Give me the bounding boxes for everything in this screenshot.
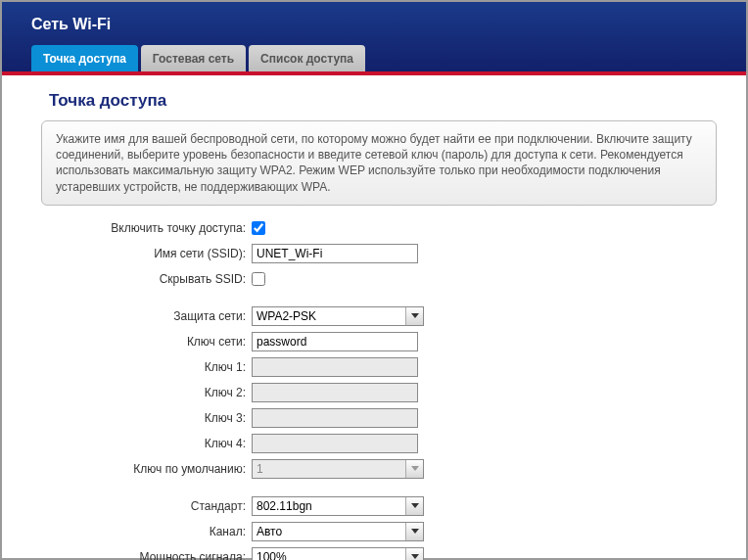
section-title: Точка доступа xyxy=(49,91,717,111)
security-select[interactable]: WPA2-PSK xyxy=(252,306,424,326)
key2-label: Ключ 2: xyxy=(70,386,252,399)
standard-label: Стандарт: xyxy=(70,499,252,513)
chevron-down-icon xyxy=(405,548,423,560)
default-key-label: Ключ по умолчанию: xyxy=(70,462,252,476)
chevron-down-icon xyxy=(405,460,423,478)
chevron-down-icon xyxy=(405,523,423,540)
chevron-down-icon xyxy=(405,307,423,325)
key4-input xyxy=(252,434,418,453)
channel-value: Авто xyxy=(253,523,405,540)
security-label: Защита сети: xyxy=(70,309,252,323)
tab-access-point[interactable]: Точка доступа xyxy=(31,45,138,71)
hide-ssid-checkbox[interactable] xyxy=(252,272,265,286)
power-select[interactable]: 100% xyxy=(252,547,424,560)
standard-value: 802.11bgn xyxy=(253,497,405,515)
key3-label: Ключ 3: xyxy=(70,411,252,425)
power-label: Мощность сигнала: xyxy=(70,550,252,560)
svg-marker-1 xyxy=(411,466,419,471)
key3-input xyxy=(252,408,418,428)
enable-ap-label: Включить точку доступа: xyxy=(70,221,252,235)
ssid-input[interactable] xyxy=(252,244,418,263)
net-key-label: Ключ сети: xyxy=(70,335,252,349)
security-value: WPA2-PSK xyxy=(253,307,405,325)
chevron-down-icon xyxy=(405,497,423,515)
svg-marker-4 xyxy=(411,554,419,559)
net-key-input[interactable] xyxy=(252,332,418,351)
key4-label: Ключ 4: xyxy=(70,437,252,450)
default-key-select: 1 xyxy=(252,459,424,479)
tabs: Точка доступа Гостевая сеть Список досту… xyxy=(31,45,726,71)
tab-guest-network[interactable]: Гостевая сеть xyxy=(141,45,246,71)
standard-select[interactable]: 802.11bgn xyxy=(252,496,424,516)
default-key-value: 1 xyxy=(253,460,405,478)
ssid-label: Имя сети (SSID): xyxy=(70,247,252,260)
channel-select[interactable]: Авто xyxy=(252,522,424,541)
info-box: Укажите имя для вашей беспроводной сети,… xyxy=(41,120,717,206)
form: Включить точку доступа: Имя сети (SSID):… xyxy=(70,217,717,560)
enable-ap-checkbox[interactable] xyxy=(252,221,265,235)
svg-marker-0 xyxy=(411,313,419,318)
key1-label: Ключ 1: xyxy=(70,360,252,374)
tab-access-list[interactable]: Список доступа xyxy=(249,45,365,71)
key1-input xyxy=(252,357,418,377)
hide-ssid-label: Скрывать SSID: xyxy=(70,272,252,286)
key2-input xyxy=(252,383,418,402)
content: Точка доступа Укажите имя для вашей бесп… xyxy=(2,75,746,560)
power-value: 100% xyxy=(253,548,405,560)
page-title: Сеть Wi-Fi xyxy=(31,16,726,45)
svg-marker-3 xyxy=(411,529,419,534)
header: Сеть Wi-Fi Точка доступа Гостевая сеть С… xyxy=(2,2,746,71)
channel-label: Канал: xyxy=(70,525,252,538)
svg-marker-2 xyxy=(411,503,419,508)
